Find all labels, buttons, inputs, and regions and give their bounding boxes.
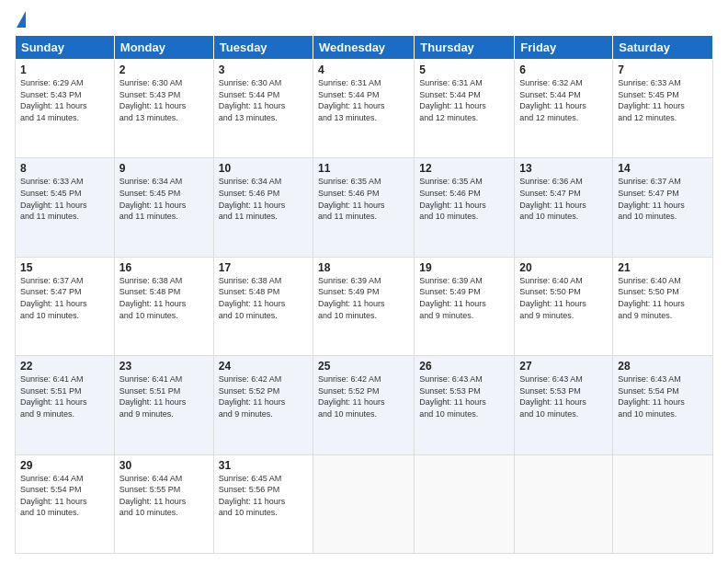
cell-sun-info: Sunrise: 6:38 AM Sunset: 5:48 PM Dayligh…: [219, 275, 308, 321]
calendar-cell: 2Sunrise: 6:30 AM Sunset: 5:43 PM Daylig…: [114, 60, 213, 158]
day-number: 28: [618, 360, 708, 373]
day-number: 18: [318, 261, 409, 274]
calendar-weekday-header: Friday: [515, 36, 613, 60]
calendar-cell: 23Sunrise: 6:41 AM Sunset: 5:51 PM Dayli…: [114, 356, 213, 454]
cell-sun-info: Sunrise: 6:35 AM Sunset: 5:46 PM Dayligh…: [318, 176, 409, 222]
calendar-cell: 9Sunrise: 6:34 AM Sunset: 5:45 PM Daylig…: [114, 158, 213, 257]
day-number: 20: [519, 261, 608, 274]
calendar-table: SundayMondayTuesdayWednesdayThursdayFrid…: [15, 35, 713, 554]
day-number: 6: [519, 63, 608, 76]
cell-sun-info: Sunrise: 6:35 AM Sunset: 5:46 PM Dayligh…: [419, 176, 509, 222]
cell-sun-info: Sunrise: 6:43 AM Sunset: 5:53 PM Dayligh…: [419, 373, 509, 419]
calendar-cell: 1Sunrise: 6:29 AM Sunset: 5:43 PM Daylig…: [16, 60, 115, 158]
cell-sun-info: Sunrise: 6:43 AM Sunset: 5:54 PM Dayligh…: [618, 373, 708, 419]
cell-sun-info: Sunrise: 6:34 AM Sunset: 5:46 PM Dayligh…: [219, 176, 308, 222]
logo: [15, 11, 26, 28]
calendar-cell: 30Sunrise: 6:44 AM Sunset: 5:55 PM Dayli…: [114, 454, 213, 553]
day-number: 13: [519, 162, 608, 175]
calendar-cell: 19Sunrise: 6:39 AM Sunset: 5:49 PM Dayli…: [415, 257, 515, 355]
day-number: 23: [119, 360, 209, 373]
calendar-weekday-header: Saturday: [613, 36, 713, 60]
cell-sun-info: Sunrise: 6:40 AM Sunset: 5:50 PM Dayligh…: [519, 275, 608, 321]
cell-sun-info: Sunrise: 6:31 AM Sunset: 5:44 PM Dayligh…: [419, 77, 509, 123]
cell-sun-info: Sunrise: 6:33 AM Sunset: 5:45 PM Dayligh…: [618, 77, 708, 123]
day-number: 5: [419, 63, 509, 76]
calendar-week-row: 29Sunrise: 6:44 AM Sunset: 5:54 PM Dayli…: [16, 454, 713, 553]
day-number: 16: [119, 261, 209, 274]
day-number: 26: [419, 360, 509, 373]
day-number: 19: [419, 261, 509, 274]
day-number: 17: [219, 261, 308, 274]
calendar-week-row: 1Sunrise: 6:29 AM Sunset: 5:43 PM Daylig…: [16, 60, 713, 158]
day-number: 30: [119, 459, 209, 472]
day-number: 12: [419, 162, 509, 175]
calendar-cell: 27Sunrise: 6:43 AM Sunset: 5:53 PM Dayli…: [515, 356, 613, 454]
cell-sun-info: Sunrise: 6:34 AM Sunset: 5:45 PM Dayligh…: [119, 176, 209, 222]
cell-sun-info: Sunrise: 6:39 AM Sunset: 5:49 PM Dayligh…: [318, 275, 409, 321]
calendar-cell: 17Sunrise: 6:38 AM Sunset: 5:48 PM Dayli…: [213, 257, 313, 355]
day-number: 9: [119, 162, 209, 175]
calendar-cell: 8Sunrise: 6:33 AM Sunset: 5:45 PM Daylig…: [16, 158, 115, 257]
calendar-weekday-header: Monday: [114, 36, 213, 60]
cell-sun-info: Sunrise: 6:38 AM Sunset: 5:48 PM Dayligh…: [119, 275, 209, 321]
calendar-weekday-header: Thursday: [415, 36, 515, 60]
day-number: 4: [318, 63, 409, 76]
calendar-cell: 7Sunrise: 6:33 AM Sunset: 5:45 PM Daylig…: [613, 60, 713, 158]
cell-sun-info: Sunrise: 6:31 AM Sunset: 5:44 PM Dayligh…: [318, 77, 409, 123]
calendar-cell: 4Sunrise: 6:31 AM Sunset: 5:44 PM Daylig…: [313, 60, 415, 158]
cell-sun-info: Sunrise: 6:45 AM Sunset: 5:56 PM Dayligh…: [219, 473, 308, 519]
day-number: 14: [618, 162, 708, 175]
calendar-cell: 26Sunrise: 6:43 AM Sunset: 5:53 PM Dayli…: [415, 356, 515, 454]
header: [15, 11, 713, 28]
day-number: 8: [20, 162, 109, 175]
day-number: 3: [219, 63, 308, 76]
cell-sun-info: Sunrise: 6:41 AM Sunset: 5:51 PM Dayligh…: [20, 373, 109, 419]
calendar-cell: [613, 454, 713, 553]
calendar-weekday-header: Sunday: [16, 36, 115, 60]
day-number: 10: [219, 162, 308, 175]
cell-sun-info: Sunrise: 6:36 AM Sunset: 5:47 PM Dayligh…: [519, 176, 608, 222]
calendar-cell: 5Sunrise: 6:31 AM Sunset: 5:44 PM Daylig…: [415, 60, 515, 158]
calendar-cell: 3Sunrise: 6:30 AM Sunset: 5:44 PM Daylig…: [213, 60, 313, 158]
cell-sun-info: Sunrise: 6:44 AM Sunset: 5:54 PM Dayligh…: [20, 473, 109, 519]
cell-sun-info: Sunrise: 6:30 AM Sunset: 5:44 PM Dayligh…: [219, 77, 308, 123]
calendar-cell: 28Sunrise: 6:43 AM Sunset: 5:54 PM Dayli…: [613, 356, 713, 454]
page: SundayMondayTuesdayWednesdayThursdayFrid…: [0, 0, 728, 563]
calendar-cell: 14Sunrise: 6:37 AM Sunset: 5:47 PM Dayli…: [613, 158, 713, 257]
calendar-cell: 13Sunrise: 6:36 AM Sunset: 5:47 PM Dayli…: [515, 158, 613, 257]
calendar-weekday-header: Wednesday: [313, 36, 415, 60]
day-number: 15: [20, 261, 109, 274]
calendar-week-row: 22Sunrise: 6:41 AM Sunset: 5:51 PM Dayli…: [16, 356, 713, 454]
day-number: 22: [20, 360, 109, 373]
calendar-cell: 21Sunrise: 6:40 AM Sunset: 5:50 PM Dayli…: [613, 257, 713, 355]
cell-sun-info: Sunrise: 6:29 AM Sunset: 5:43 PM Dayligh…: [20, 77, 109, 123]
cell-sun-info: Sunrise: 6:39 AM Sunset: 5:49 PM Dayligh…: [419, 275, 509, 321]
cell-sun-info: Sunrise: 6:33 AM Sunset: 5:45 PM Dayligh…: [20, 176, 109, 222]
day-number: 2: [119, 63, 209, 76]
day-number: 1: [20, 63, 109, 76]
cell-sun-info: Sunrise: 6:42 AM Sunset: 5:52 PM Dayligh…: [318, 373, 409, 419]
calendar-cell: 22Sunrise: 6:41 AM Sunset: 5:51 PM Dayli…: [16, 356, 115, 454]
calendar-body: 1Sunrise: 6:29 AM Sunset: 5:43 PM Daylig…: [16, 60, 713, 554]
calendar-cell: 24Sunrise: 6:42 AM Sunset: 5:52 PM Dayli…: [213, 356, 313, 454]
cell-sun-info: Sunrise: 6:40 AM Sunset: 5:50 PM Dayligh…: [618, 275, 708, 321]
calendar-week-row: 8Sunrise: 6:33 AM Sunset: 5:45 PM Daylig…: [16, 158, 713, 257]
day-number: 25: [318, 360, 409, 373]
calendar-cell: 11Sunrise: 6:35 AM Sunset: 5:46 PM Dayli…: [313, 158, 415, 257]
day-number: 11: [318, 162, 409, 175]
cell-sun-info: Sunrise: 6:30 AM Sunset: 5:43 PM Dayligh…: [119, 77, 209, 123]
calendar-cell: 15Sunrise: 6:37 AM Sunset: 5:47 PM Dayli…: [16, 257, 115, 355]
calendar-cell: 6Sunrise: 6:32 AM Sunset: 5:44 PM Daylig…: [515, 60, 613, 158]
calendar-cell: 29Sunrise: 6:44 AM Sunset: 5:54 PM Dayli…: [16, 454, 115, 553]
day-number: 27: [519, 360, 608, 373]
calendar-cell: [515, 454, 613, 553]
calendar-cell: 16Sunrise: 6:38 AM Sunset: 5:48 PM Dayli…: [114, 257, 213, 355]
cell-sun-info: Sunrise: 6:44 AM Sunset: 5:55 PM Dayligh…: [119, 473, 209, 519]
cell-sun-info: Sunrise: 6:37 AM Sunset: 5:47 PM Dayligh…: [20, 275, 109, 321]
calendar-cell: 18Sunrise: 6:39 AM Sunset: 5:49 PM Dayli…: [313, 257, 415, 355]
cell-sun-info: Sunrise: 6:43 AM Sunset: 5:53 PM Dayligh…: [519, 373, 608, 419]
calendar-cell: 20Sunrise: 6:40 AM Sunset: 5:50 PM Dayli…: [515, 257, 613, 355]
calendar-cell: 25Sunrise: 6:42 AM Sunset: 5:52 PM Dayli…: [313, 356, 415, 454]
day-number: 29: [20, 459, 109, 472]
calendar-cell: 12Sunrise: 6:35 AM Sunset: 5:46 PM Dayli…: [415, 158, 515, 257]
